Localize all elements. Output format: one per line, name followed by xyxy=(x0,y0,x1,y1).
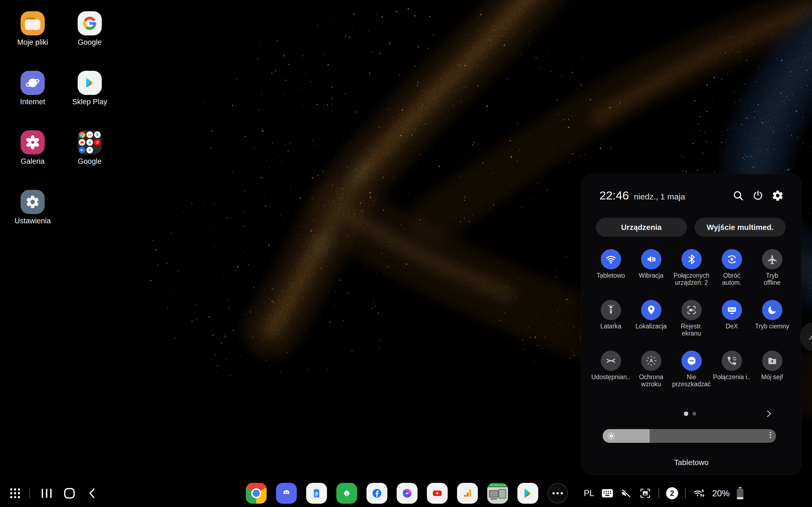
brightness-slider[interactable] xyxy=(603,429,776,443)
mirror-extend-app-icon[interactable]: Mirror&extend xyxy=(487,483,508,504)
more-dot xyxy=(561,492,563,494)
apps-grid-icon xyxy=(9,488,21,499)
qs-tile-call-continuity[interactable]: Połączenia i.. xyxy=(712,351,752,397)
qs-tile-bluetooth[interactable]: Połączonych urządzeń: 2 xyxy=(671,249,712,296)
qs-tile-location[interactable]: Lokalizacja xyxy=(631,300,671,346)
feedly-app-icon[interactable] xyxy=(336,483,357,504)
taskbar-apps: Mirror&extend xyxy=(246,480,568,507)
qs-tile-secure-folder[interactable]: Mój sejf xyxy=(752,351,792,397)
yt-music-mini-icon xyxy=(94,139,101,146)
power-button[interactable] xyxy=(752,189,764,202)
messenger-app-icon[interactable] xyxy=(397,483,417,504)
qs-label: Tryb offline xyxy=(764,272,780,286)
desktop-icon-sklep-play[interactable]: Sklep Play xyxy=(61,71,118,106)
keyboard-language-label[interactable]: PL xyxy=(584,488,594,498)
desktop-icon-galeria[interactable]: Galeria xyxy=(4,130,61,165)
desktop-icon-label: Google xyxy=(78,38,102,46)
wifi-6-icon: 6 xyxy=(693,487,705,499)
duo-mini-icon xyxy=(79,147,85,153)
desktop-icon-label: Internet xyxy=(20,98,45,106)
devices-button[interactable]: Urządzenia xyxy=(596,218,687,237)
do-not-disturb-icon xyxy=(682,351,702,371)
taskbar-divider xyxy=(29,488,30,499)
desktop-icon-label: Galeria xyxy=(20,157,45,165)
home-button[interactable] xyxy=(63,480,75,507)
svg-text:6: 6 xyxy=(702,489,704,493)
search-icon xyxy=(732,189,744,202)
qs-label: Obróć autom. xyxy=(722,272,741,286)
play-store-app-icon[interactable] xyxy=(517,483,538,504)
notification-count-badge[interactable]: 2 xyxy=(666,487,678,499)
back-button[interactable] xyxy=(87,480,98,507)
desktop-icon-label: Moje pliki xyxy=(17,38,48,46)
google-docs-app-icon[interactable] xyxy=(306,483,327,504)
qs-tile-eye-comfort[interactable]: A Ochrona wzroku xyxy=(631,351,671,397)
qs-label: Udostępnian.. xyxy=(591,374,630,381)
facebook-app-icon[interactable] xyxy=(366,483,387,504)
page-indicator[interactable] xyxy=(684,411,696,416)
dark-mode-moon-icon xyxy=(762,300,782,320)
flashlight-icon xyxy=(601,300,621,320)
home-icon xyxy=(63,487,75,499)
youtube-mini-icon xyxy=(79,139,85,146)
page-dot-active xyxy=(684,411,688,416)
calls-sync-icon xyxy=(722,351,742,371)
status-divider xyxy=(658,488,659,499)
gear-icon xyxy=(772,189,784,202)
taskbar: Mirror&extend PL xyxy=(0,480,812,507)
sound-muted-icon[interactable] xyxy=(621,487,632,499)
status-tray[interactable]: PL 2 xyxy=(584,480,744,507)
youtube-app-icon[interactable] xyxy=(427,483,448,504)
desktop-icon-moje-pliki[interactable]: Moje pliki xyxy=(4,11,61,46)
desktop-icon-google[interactable]: Google xyxy=(61,11,118,46)
chrome-mini-icon xyxy=(79,131,85,138)
slider-more-icon[interactable] xyxy=(770,432,771,438)
pen-icon xyxy=(806,331,812,343)
recents-button[interactable] xyxy=(41,480,52,507)
qs-tile-dark-mode[interactable]: Tryb ciemny xyxy=(752,300,792,346)
qs-tile-flashlight[interactable]: Latarka xyxy=(591,300,631,346)
gallery-flower-icon xyxy=(20,130,45,155)
qs-tile-wifi[interactable]: Tabletowo xyxy=(591,249,631,296)
panel-time: 22:46 xyxy=(599,188,629,203)
svg-text:A: A xyxy=(649,358,653,363)
quick-settings-panel: 22:46 niedz., 1 maja Urządzenia xyxy=(581,174,802,475)
location-pin-icon xyxy=(641,300,661,320)
media-output-button[interactable]: Wyjście multimed. xyxy=(695,218,786,237)
settings-button[interactable] xyxy=(772,189,784,202)
google-app-folder-icon xyxy=(78,130,102,155)
qs-tile-airplane[interactable]: Tryb offline xyxy=(752,249,792,296)
eye-comfort-icon: A xyxy=(641,351,661,371)
discord-app-icon[interactable] xyxy=(276,483,297,504)
qs-tile-vibration[interactable]: Wibracja xyxy=(631,249,671,296)
keyboard-icon[interactable] xyxy=(601,487,614,499)
more-apps-button[interactable] xyxy=(547,483,568,503)
battery-icon xyxy=(737,487,744,500)
screen: Moje pliki Google Interne xyxy=(0,0,812,507)
panel-tabs: Urządzenia Wyjście multimed. xyxy=(596,218,786,237)
vibration-icon xyxy=(641,249,661,269)
panel-actions xyxy=(732,189,784,202)
qs-tile-sharing[interactable]: Udostępnian.. xyxy=(591,351,631,397)
dex-icon: DeX xyxy=(722,300,742,320)
chevron-right-icon xyxy=(764,409,773,418)
chrome-app-icon[interactable] xyxy=(246,483,267,504)
back-icon xyxy=(87,488,98,499)
power-icon xyxy=(752,189,764,202)
photos-mini-icon xyxy=(86,147,93,153)
auto-rotate-icon xyxy=(722,249,742,269)
search-button[interactable] xyxy=(732,189,744,202)
screenshot-icon[interactable] xyxy=(639,487,651,499)
qs-tile-dex[interactable]: DeX DeX xyxy=(712,300,752,346)
sharing-waves-icon xyxy=(601,351,621,371)
desktop-icon-internet[interactable]: Internet xyxy=(4,71,61,106)
desktop-icon-ustawienia[interactable]: Ustawienia xyxy=(4,190,61,225)
next-page-button[interactable] xyxy=(764,409,773,418)
apps-grid-button[interactable] xyxy=(9,480,21,507)
qs-tile-do-not-disturb[interactable]: Nie przeszkadzać xyxy=(671,351,712,397)
airplane-icon xyxy=(762,249,782,269)
google-analytics-app-icon[interactable] xyxy=(457,483,478,504)
qs-tile-auto-rotate[interactable]: Obróć autom. xyxy=(712,249,752,296)
desktop-folder-google[interactable]: Google xyxy=(61,130,118,165)
qs-tile-screen-record[interactable]: Rejestr. ekranu xyxy=(671,300,712,346)
